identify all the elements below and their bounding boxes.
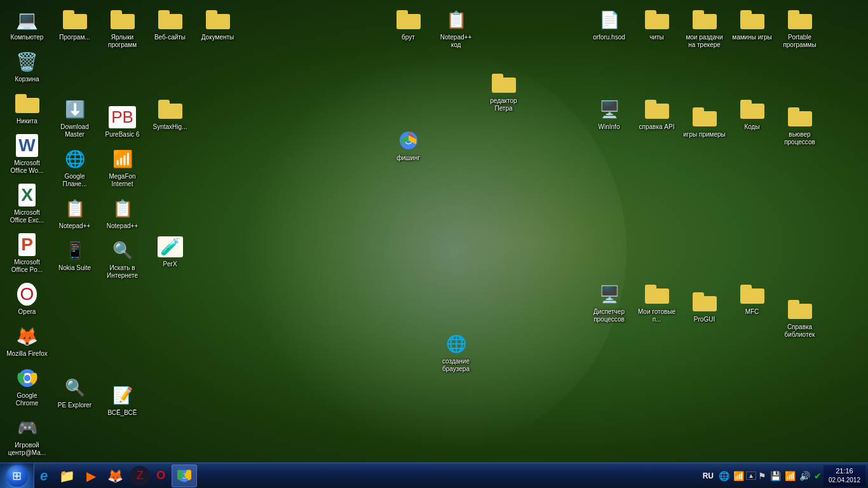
icon-firefox[interactable]: 🦊 Mozilla Firefox [3,320,51,362]
icon-dispatcher[interactable]: 🖥️ Диспетчер процессов [585,278,633,327]
taskbar-zeal[interactable]: Z [130,466,150,486]
icon-google-earth[interactable]: 🌐 Google Плане... [51,142,98,192]
icon-moi-gotovye[interactable]: Мои готовые п... [633,278,681,327]
tray-volume[interactable]: 🔊 [797,471,812,481]
taskbar-explorer[interactable]: 📁 [54,464,80,487]
icon-vyuwer[interactable]: вьювер процессов [776,100,824,150]
tray-security[interactable]: ✔ [812,471,824,481]
taskbar-media-player[interactable]: ▶ [81,464,101,487]
icon-right-col1: 📄 orforu.hsod 🖥️ WinInfo 🖥️ Диспетчер пр… [585,3,633,488]
svg-point-3 [24,375,31,381]
taskbar-opera[interactable]: O [151,464,170,487]
icon-web-sites-folder[interactable]: Веб-сайты [146,3,194,45]
icon-documents[interactable]: Документы [194,3,241,45]
windows-orb: ⊞ [6,465,28,487]
taskbar-ie[interactable]: e [35,464,53,487]
icon-ms-word[interactable]: W Microsoft Office Wo... [3,129,51,179]
icon-opera[interactable]: O Opera [3,278,51,320]
language-indicator[interactable]: RU [700,471,717,480]
icon-search-internet[interactable]: 🔍 Искать в Интернете [98,234,146,283]
tray-network2[interactable]: 📶 [731,471,746,481]
icon-wininfo[interactable]: 🖥️ WinInfo [585,93,633,135]
icon-ms-powerpoint[interactable]: P Microsoft Office Po... [3,228,51,278]
icon-chiti[interactable]: читы [633,3,681,45]
tray-hdd[interactable]: 💾 [768,471,783,481]
icon-brut[interactable]: брут [384,3,432,45]
icon-column-3: Ярлыки программ PB PureBasic 6 📶 MegaFon… [98,3,146,421]
icon-right-col3: мои раздачи на трекере игры примеры ProG… [681,3,728,488]
icon-gaming-center[interactable]: 🎮 Игровой центр@Ма... [3,411,51,461]
icon-spravka-bibliotek[interactable]: Справка библиотек [776,293,824,342]
icon-portable-programmy[interactable]: Portable программы [776,3,824,53]
icon-redaktor-petra[interactable]: редактор Петра [480,67,527,116]
icon-spravka-api[interactable]: справка API [633,93,681,135]
icon-mfc[interactable]: MFC [728,278,776,320]
icon-syntaxhig[interactable]: SyntaxHig... [146,93,194,135]
icon-progui[interactable]: ProGUI [681,285,728,327]
icon-moi-razdachi[interactable]: мои раздачи на трекере [681,3,728,53]
icon-nikita[interactable]: Никита [3,87,51,129]
tray-expand[interactable]: ▲ [746,471,756,480]
icon-orforu[interactable]: 📄 orforu.hsod [585,3,633,45]
tray-network[interactable]: 🌐 [717,471,731,481]
icon-column-5: Документы [194,3,241,45]
icon-kody[interactable]: Коды [728,93,776,135]
icon-vse-vse[interactable]: 📝 ВСЁ_ВСЁ [98,379,146,421]
icon-download-master[interactable]: ⬇️ Download Master [51,93,98,142]
desktop-area: 💻 Компьютер 🗑️ Корзина Никита W Microsof… [0,0,868,463]
icon-ms-excel[interactable]: X Microsoft Office Exc... [3,179,51,228]
tray-flag[interactable]: ⚑ [756,471,768,481]
tray-signal[interactable]: 📶 [783,471,797,481]
icon-notepadpp-code[interactable]: 📋 Notepad++ код [432,3,480,53]
icon-column-4: Веб-сайты SyntaxHig... 🧪 PerX [146,3,194,272]
icon-column-1: 💻 Компьютер 🗑️ Корзина Никита W Microsof… [3,3,51,488]
icon-purebasic6[interactable]: PB PureBasic 6 [98,100,146,142]
icon-column-2: Програм... ⬇️ Download Master 🌐 Google П… [51,3,98,413]
icon-pe-explorer[interactable]: 🔍 PE Explorer [51,371,98,413]
icon-computer[interactable]: 💻 Компьютер [3,3,51,45]
icon-sozdanie-brauzera[interactable]: 🌐 создание браузера [432,327,480,377]
taskbar-right: RU 🌐 📶 ▲ ⚑ 💾 📶 🔊 ✔ 21:16 02.04.2012 [697,463,868,488]
taskbar: ⊞ e 📁 ▶ 🦊 Z O RU 🌐 📶 ▲ ⚑ 💾 📶 🔊 ✔ 21:16 0… [0,463,868,488]
taskbar-firefox[interactable]: 🦊 [102,464,128,487]
icon-right-col2: читы справка API Мои готовые п... Контак… [633,3,681,488]
icon-megafon[interactable]: 📶 MegaFon Internet [98,142,146,192]
icon-right-col5: Portable программы вьювер процессов Спра… [776,3,824,488]
clock[interactable]: 21:16 02.04.2012 [824,465,865,486]
icon-perx[interactable]: 🧪 PerX [146,230,194,272]
icon-notepadpp2[interactable]: 📋 Notepad++ [98,192,146,234]
icon-maminy-igry[interactable]: мамины игры [728,3,776,45]
start-button[interactable]: ⊞ [0,463,34,489]
icon-right-col4: мамины игры Коды MFC панель [728,3,776,488]
icon-igry-primery[interactable]: игры примеры [681,100,728,142]
icon-google-chrome[interactable]: Google Chrome [3,362,51,411]
icon-notepadpp-shortcut[interactable]: 📋 Notepad++ [51,192,98,234]
icon-nokia-suite[interactable]: 📱 Nokia Suite [51,234,98,276]
icon-programs-folder[interactable]: Програм... [51,3,98,45]
icon-recycle-bin[interactable]: 🗑️ Корзина [3,45,51,87]
taskbar-chrome[interactable] [172,464,197,487]
icon-fishing[interactable]: фишинг [384,124,432,166]
icon-shortcuts-folder[interactable]: Ярлыки программ [98,3,146,53]
